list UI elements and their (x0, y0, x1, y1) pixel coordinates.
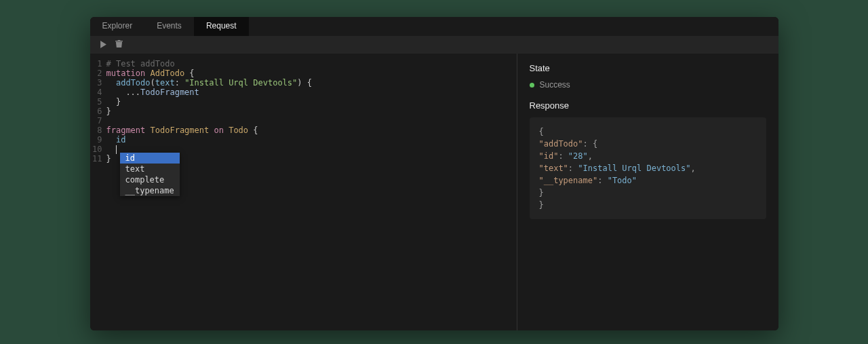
response-heading: Response (530, 100, 766, 111)
editor-pane: 1# Test addTodo2mutation AddTodo {3 addT… (90, 54, 517, 330)
content-area: 1# Test addTodo2mutation AddTodo {3 addT… (90, 54, 778, 330)
line-number: 3 (90, 78, 106, 88)
tab-explorer[interactable]: Explorer (90, 17, 145, 36)
play-icon[interactable] (100, 39, 107, 51)
line-number: 7 (90, 116, 106, 126)
state-heading: State (530, 63, 766, 73)
line-number: 11 (90, 154, 106, 164)
state-status: Success (540, 80, 570, 90)
line-number: 4 (90, 88, 106, 97)
code-line[interactable]: 8fragment TodoFragment on Todo { (90, 126, 517, 135)
status-dot-icon (530, 83, 534, 88)
line-number: 10 (90, 145, 106, 154)
code-line[interactable]: 3 addTodo(text: "Install Urql Devtools")… (90, 78, 517, 88)
trash-icon[interactable] (115, 39, 123, 51)
autocomplete-item[interactable]: __typename (120, 185, 180, 196)
code-line[interactable]: 6} (90, 107, 517, 116)
state-row: Success (530, 80, 766, 90)
code-line[interactable]: 2mutation AddTodo { (90, 69, 517, 78)
tab-bar: Explorer Events Request (90, 17, 778, 36)
autocomplete-item[interactable]: complete (120, 174, 180, 185)
line-number: 6 (90, 107, 106, 116)
code-line[interactable]: 4 ...TodoFragment (90, 88, 517, 97)
results-pane: State Success Response { "addTodo": { "i… (517, 54, 778, 330)
tab-request[interactable]: Request (194, 17, 249, 36)
toolbar (90, 36, 778, 54)
line-number: 9 (90, 135, 106, 145)
code-line[interactable]: 5 } (90, 97, 517, 107)
autocomplete-item[interactable]: id (120, 153, 180, 164)
line-number: 8 (90, 126, 106, 135)
tab-events[interactable]: Events (144, 17, 194, 36)
devtools-window: Explorer Events Request 1# Test addTodo2… (90, 17, 778, 330)
response-body: { "addTodo": { "id": "28", "text": "Inst… (530, 117, 766, 219)
autocomplete-item[interactable]: text (120, 164, 180, 174)
text-cursor (116, 145, 117, 154)
code-line[interactable]: 1# Test addTodo (90, 59, 517, 69)
autocomplete-popup[interactable]: idtextcomplete__typename (120, 153, 180, 196)
code-editor[interactable]: 1# Test addTodo2mutation AddTodo {3 addT… (90, 54, 517, 169)
line-number: 1 (90, 59, 106, 69)
line-number: 2 (90, 69, 106, 78)
code-line[interactable]: 7 (90, 116, 517, 126)
line-number: 5 (90, 97, 106, 107)
code-line[interactable]: 9 id (90, 135, 517, 145)
